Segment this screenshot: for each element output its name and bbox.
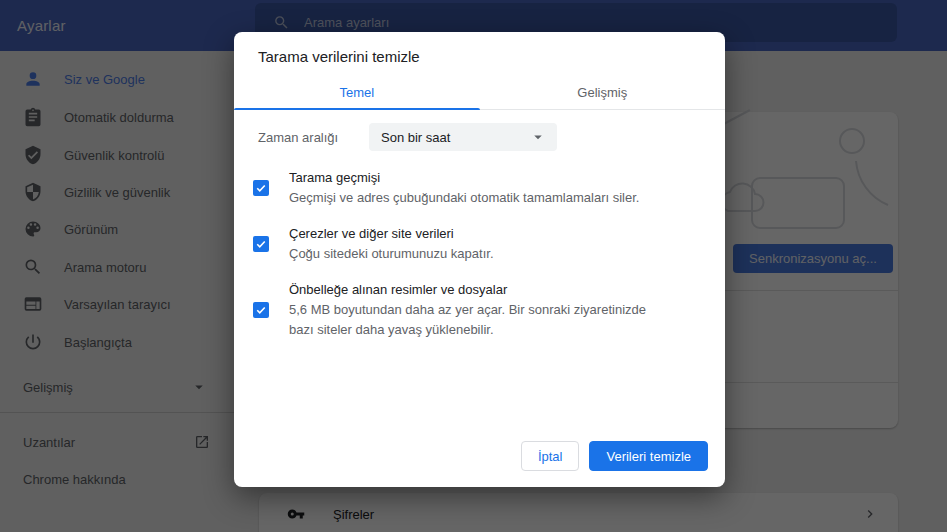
dialog-footer: İptal Verileri temizle [521,441,708,471]
check-icon [255,182,267,194]
checkbox-list: Tarama geçmişi Geçmişi ve adres çubuğund… [253,168,701,356]
time-range-value: Son bir saat [381,130,450,145]
checkbox-label: Önbelleğe alınan resimler ve dosyalar [289,280,659,300]
check-icon [255,238,267,250]
tab-gelismis[interactable]: Gelişmiş [480,76,726,109]
check-icon [255,304,267,316]
checkbox-checked-icon[interactable] [253,180,269,196]
checkbox-row-browsing-history[interactable]: Tarama geçmişi Geçmişi ve adres çubuğund… [253,168,701,208]
checkbox-label: Çerezler ve diğer site verileri [289,224,494,244]
dialog-title: Tarama verilerini temizle [258,48,420,65]
checkbox-description: Geçmişi ve adres çubuğundaki otomatik ta… [289,188,639,208]
clear-browsing-data-dialog: Tarama verilerini temizle Temel Gelişmiş… [234,32,725,487]
time-range-select[interactable]: Son bir saat [369,123,557,151]
checkbox-description: Çoğu sitedeki oturumunuzu kapatır. [289,244,494,264]
time-range-label: Zaman aralığı [258,130,345,145]
checkbox-row-cached-files[interactable]: Önbelleğe alınan resimler ve dosyalar 5,… [253,280,701,340]
dropdown-arrow-icon [529,128,547,146]
checkbox-checked-icon[interactable] [253,302,269,318]
checkbox-row-cookies[interactable]: Çerezler ve diğer site verileri Çoğu sit… [253,224,701,264]
checkbox-description: 5,6 MB boyutundan daha az yer açar. Bir … [289,300,659,340]
checkbox-text: Tarama geçmişi Geçmişi ve adres çubuğund… [289,168,639,208]
checkbox-label: Tarama geçmişi [289,168,639,188]
checkbox-text: Çerezler ve diğer site verileri Çoğu sit… [289,224,494,264]
tab-temel[interactable]: Temel [234,76,480,109]
cancel-button[interactable]: İptal [521,441,580,471]
checkbox-text: Önbelleğe alınan resimler ve dosyalar 5,… [289,280,659,340]
dialog-tabbar: Temel Gelişmiş [234,76,725,110]
time-range-row: Zaman aralığı Son bir saat [258,123,345,151]
chrome-settings-page: Ayarlar Siz ve Google Otomatik doldurma … [0,0,947,532]
clear-data-button[interactable]: Verileri temizle [589,441,708,471]
checkbox-checked-icon[interactable] [253,236,269,252]
